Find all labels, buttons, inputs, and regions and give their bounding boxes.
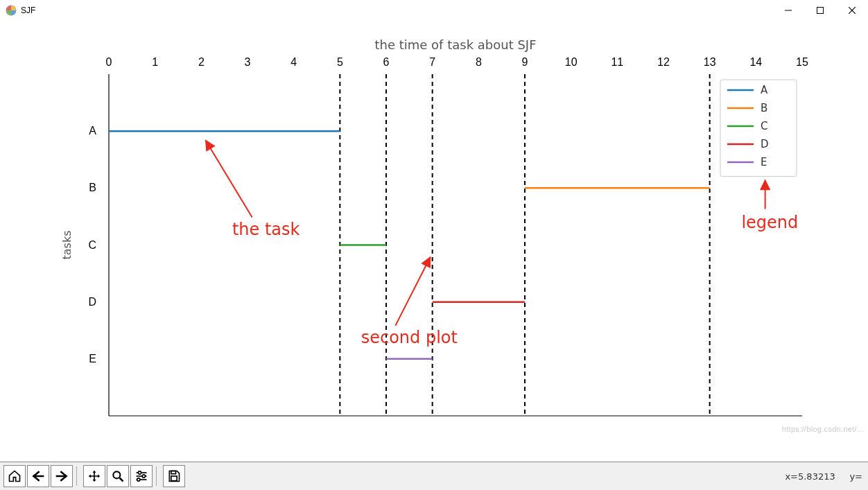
zoom-button[interactable] [107,465,129,487]
x-tick-label: 11 [611,56,623,68]
x-tick-label: 2 [198,56,205,68]
annotation-the-task: the task [232,220,300,239]
chart-canvas[interactable]: 0123456789101112131415ABCDEthe time of t… [0,21,868,462]
legend-label: D [761,138,769,150]
status-y-label: y= [849,471,862,482]
svg-line-7 [395,258,430,326]
x-tick-label: 12 [657,56,670,68]
x-tick-label: 14 [749,56,762,68]
maximize-button[interactable] [804,0,836,21]
navigation-toolbar: x=5.83213 y= [0,462,868,490]
svg-marker-6 [206,141,214,150]
status-x-label: x= [785,471,798,482]
x-tick-label: 3 [245,56,251,68]
x-tick-label: 9 [522,56,528,68]
y-tick-label: B [89,182,96,193]
svg-rect-20 [171,476,177,481]
annotation-second-plot: second plot [361,328,458,347]
back-button[interactable] [27,465,49,487]
status-x-value: 5.83213 [798,471,835,482]
x-tick-label: 4 [290,56,297,68]
x-tick-label: 13 [704,56,716,68]
y-tick-label: D [88,296,96,308]
svg-point-14 [138,471,141,474]
svg-marker-10 [761,181,770,190]
app-icon [6,5,17,16]
svg-point-11 [113,471,120,478]
svg-point-16 [142,475,145,478]
x-tick-label: 10 [565,56,578,68]
y-axis-label: tasks [60,230,73,259]
annotation-legend: legend [741,213,798,232]
svg-marker-8 [422,258,430,268]
legend-label: B [761,102,767,114]
x-tick-label: 7 [429,56,435,68]
pan-icon [87,469,101,483]
close-button[interactable] [836,0,868,21]
svg-rect-19 [171,471,176,474]
legend-label: E [761,156,767,168]
minimize-button[interactable] [772,0,804,21]
save-icon [167,469,181,483]
svg-rect-2 [817,8,824,14]
cursor-status: x=5.83213 y= [785,471,862,482]
legend-label: A [761,84,768,96]
x-tick-label: 15 [796,56,808,68]
x-tick-label: 1 [152,56,158,68]
y-tick-label: C [88,239,96,251]
back-arrow-icon [31,469,45,483]
y-tick-label: A [89,125,96,137]
forward-button[interactable] [51,465,73,487]
home-icon [8,469,21,483]
y-tick-label: E [89,353,96,365]
x-tick-label: 5 [337,56,343,68]
svg-line-5 [206,141,252,217]
window-title: SJF [21,6,35,15]
zoom-icon [111,469,125,483]
home-button[interactable] [3,465,26,487]
pan-button[interactable] [83,465,105,487]
sliders-icon [134,469,148,483]
x-tick-label: 8 [476,56,482,68]
legend-label: C [761,120,767,132]
x-tick-label: 0 [106,56,112,68]
save-button[interactable] [163,465,185,487]
configure-button[interactable] [130,465,153,487]
svg-point-18 [137,478,140,481]
window-titlebar: SJF [0,0,868,21]
forward-arrow-icon [55,469,69,483]
x-tick-label: 6 [383,56,390,68]
chart-title: the time of task about SJF [374,37,536,52]
svg-line-12 [120,478,123,482]
